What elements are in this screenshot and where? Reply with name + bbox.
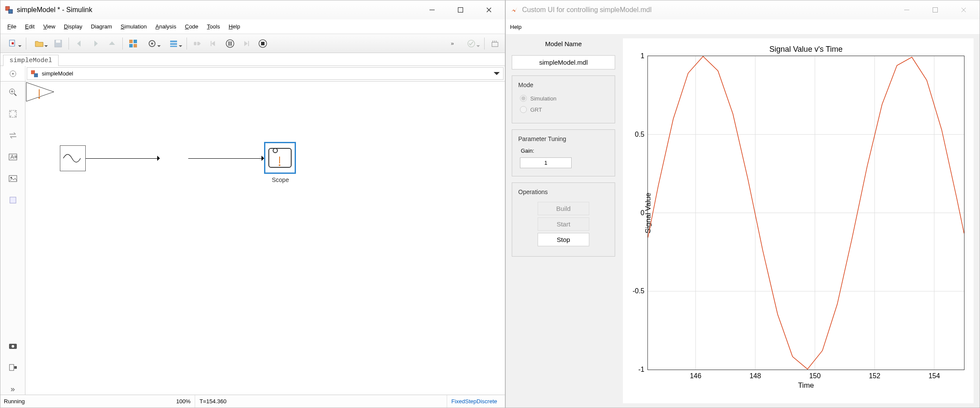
fit-icon[interactable] <box>6 108 19 119</box>
nav-target-icon[interactable] <box>0 66 25 81</box>
model-explorer-button[interactable] <box>164 36 184 51</box>
breadcrumb-dropdown-icon[interactable] <box>494 72 500 78</box>
new-model-button[interactable] <box>3 36 23 51</box>
wire-1[interactable] <box>86 158 160 159</box>
svg-rect-23 <box>230 41 232 46</box>
model-config-button[interactable] <box>142 36 162 51</box>
menubar: File Edit View Display Diagram Simulatio… <box>0 19 505 34</box>
build-button: Build <box>538 202 589 215</box>
menu-help[interactable]: Help <box>510 24 522 30</box>
menu-file[interactable]: File <box>3 22 21 31</box>
minimize-button[interactable] <box>893 1 921 19</box>
arrowhead-icon <box>261 156 267 161</box>
snapshot-icon[interactable] <box>6 340 19 352</box>
mode-fieldset: Mode Simulation GRT <box>512 75 615 123</box>
hardware-button[interactable] <box>488 36 502 51</box>
annotation-icon[interactable]: A≡ <box>6 151 19 163</box>
gain-block[interactable] <box>25 82 55 102</box>
palette: A≡ » <box>0 82 25 395</box>
wire-2[interactable] <box>188 158 264 159</box>
minimize-button[interactable] <box>418 1 446 19</box>
svg-rect-49 <box>14 366 17 369</box>
svg-rect-35 <box>34 73 38 77</box>
simulink-window: simpleModel * - Simulink File Edit View … <box>0 0 505 408</box>
y-tick: 0.5 <box>635 131 648 138</box>
status-state: Running <box>4 395 172 408</box>
stop-button[interactable]: Stop <box>538 233 589 246</box>
menu-view[interactable]: View <box>39 22 59 31</box>
ops-fieldset: Operations Build Start Stop <box>512 182 615 257</box>
record-icon[interactable] <box>6 362 19 373</box>
svg-point-21 <box>226 40 234 47</box>
radio-grt-input <box>520 106 527 113</box>
library-browser-button[interactable] <box>126 36 140 51</box>
sine-wave-block[interactable] <box>60 145 86 171</box>
close-button[interactable] <box>949 1 978 19</box>
model-name-label: Model Name <box>512 38 615 49</box>
menu-edit[interactable]: Edit <box>21 22 39 31</box>
step-back-button[interactable] <box>190 36 205 51</box>
zoom-icon[interactable] <box>6 87 19 98</box>
menu-simulation[interactable]: Simulation <box>116 22 151 31</box>
status-zoom[interactable]: 100% <box>172 395 195 408</box>
save-button[interactable] <box>51 36 65 51</box>
start-button: Start <box>538 217 589 231</box>
svg-rect-11 <box>134 40 137 43</box>
svg-rect-20 <box>211 41 212 46</box>
overflow-button[interactable]: » <box>445 36 460 51</box>
back-button[interactable] <box>72 36 87 51</box>
gain-input[interactable] <box>520 157 572 168</box>
maximize-button[interactable] <box>921 1 949 19</box>
forward-button[interactable] <box>88 36 103 51</box>
area-icon[interactable] <box>6 195 19 206</box>
menu-help[interactable]: Help <box>224 22 245 31</box>
param-legend: Parameter Tuning <box>516 135 568 142</box>
step-forward-button[interactable] <box>239 36 254 51</box>
svg-point-47 <box>12 345 14 348</box>
chart-axes[interactable]: Signal Value -1-0.500.51146148150152154 <box>647 56 964 370</box>
menu-analysis[interactable]: Analysis <box>151 22 180 31</box>
mode-legend: Mode <box>516 82 535 88</box>
tab-model[interactable]: simpleModel <box>3 55 59 66</box>
up-button[interactable] <box>105 36 119 51</box>
ops-legend: Operations <box>516 188 549 195</box>
model-name-input[interactable] <box>512 55 615 69</box>
svg-rect-22 <box>229 41 230 46</box>
status-solver[interactable]: FixedStepDiscrete <box>447 395 501 408</box>
titlebar[interactable]: simpleModel * - Simulink <box>0 0 505 19</box>
matlab-app-icon <box>510 6 519 14</box>
svg-point-52 <box>38 97 40 99</box>
image-icon[interactable] <box>6 173 19 184</box>
menu-code[interactable]: Code <box>180 22 202 31</box>
param-fieldset: Parameter Tuning Gain: <box>512 129 615 176</box>
svg-rect-13 <box>134 44 137 47</box>
swap-icon[interactable] <box>6 130 19 141</box>
gain-label: Gain: <box>520 147 607 156</box>
titlebar[interactable]: Custom UI for controlling simpleModel.md… <box>506 0 980 19</box>
close-button[interactable] <box>475 1 503 19</box>
restart-button[interactable] <box>206 36 221 51</box>
menu-diagram[interactable]: Diagram <box>87 22 116 31</box>
toolbar: » <box>0 34 505 53</box>
svg-rect-19 <box>194 42 196 45</box>
stop-button[interactable] <box>255 36 270 51</box>
svg-point-44 <box>10 177 12 179</box>
svg-point-15 <box>151 42 153 44</box>
menu-display[interactable]: Display <box>59 22 87 31</box>
expand-icon[interactable]: » <box>6 383 19 395</box>
y-tick: -1 <box>638 366 648 373</box>
chart-title: Signal Value v's Time <box>647 43 964 56</box>
open-button[interactable] <box>29 36 49 51</box>
svg-rect-9 <box>56 40 60 43</box>
scope-block[interactable] <box>264 142 296 174</box>
menu-tools[interactable]: Tools <box>202 22 224 31</box>
check-button[interactable] <box>461 36 481 51</box>
gui-body: Model Name Mode Simulation GRT Parameter… <box>506 34 980 408</box>
breadcrumb-path[interactable]: simpleModel <box>27 67 504 80</box>
pause-button[interactable] <box>223 36 237 51</box>
maximize-button[interactable] <box>446 1 475 19</box>
x-tick: 154 <box>928 370 940 380</box>
svg-text:A≡: A≡ <box>10 154 17 160</box>
model-canvas[interactable]: Scope <box>25 82 505 395</box>
radio-grt: GRT <box>520 104 607 115</box>
